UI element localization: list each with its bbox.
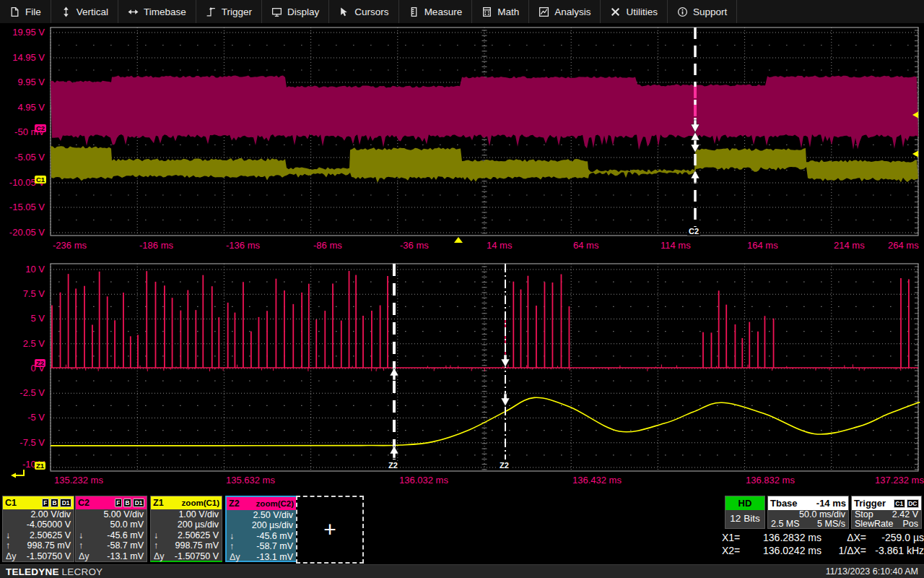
row-value: 998.75 mV [175,540,219,551]
trigger-title: Trigger [854,498,886,509]
x-axis-label: 136.032 ms [399,475,448,486]
row-value: -4.05000 V [27,519,71,530]
channel-zero-marker[interactable]: C1 [35,176,46,184]
oscilloscope-screen: File Vertical Timebase Trigger Display C… [0,0,924,578]
trace-descriptor-z1[interactable]: Z1 zoom(C1) 1.00 V/div 200 µs/div ↓2.506… [150,496,222,562]
menu-label: Measure [424,7,463,17]
menu-label: Display [287,7,319,17]
ruler-icon [409,7,419,17]
status-bar: TELEDYNELECROY 11/13/2023 6:10:40 AM [0,564,924,578]
acquisition-box[interactable]: HD 12 Bits [725,496,765,529]
row-value: 50.0 mV [110,519,144,530]
trace-descriptor-c1[interactable]: C1 F B D1 2.00 V/div -4.05000 V ↓2.50625… [2,496,74,562]
zoom-source: zoom(C1) [182,499,219,507]
cursor-low-row: ↓2.50625 V [151,530,222,540]
dx-label: ΔX= [821,531,866,544]
menu-timebase[interactable]: Timebase [118,0,196,23]
descriptor-header: Z1 zoom(C1) [151,496,222,509]
y-axis-label: 2.5 V [0,338,45,349]
x-axis-label: -136 ms [226,240,260,251]
channel-zero-marker[interactable]: C2 [35,124,46,132]
menu-label: Math [497,7,519,17]
vdiv-row: 1.00 V/div [151,509,222,519]
row-value: 998.75 mV [27,540,71,551]
menu-vertical[interactable]: Vertical [51,0,118,23]
menu-trigger[interactable]: Trigger [196,0,262,23]
row-value: 5.00 V/div [103,509,144,519]
monitor-icon [271,7,282,17]
vertical-arrows-icon [61,7,71,17]
y-axis-label: 7.5 V [0,288,45,299]
x-axis-label: -86 ms [313,240,342,251]
menu-cursors[interactable]: Cursors [329,0,398,23]
cursor-handle-x2[interactable] [391,264,397,471]
cursor-handle-x1[interactable] [502,264,508,471]
x-axis-label: 136.432 ms [572,475,622,486]
menu-label: Timebase [144,7,186,17]
x-axis-label: 136.832 ms [746,475,795,486]
x-axis-label: -236 ms [53,240,87,251]
up-arrow-icon: ↑ [230,541,234,551]
menu-label: Analysis [554,7,590,17]
down-arrow-icon: ↓ [6,530,10,540]
add-trace-box[interactable]: + [296,496,364,564]
y-axis-label: -15.05 V [0,202,45,212]
x-axis-label: 164 ms [747,240,778,251]
channel-zero-marker[interactable]: Z1 [35,462,45,470]
y-axis-label: 10 V [0,264,45,275]
vdiv-row: 5.00 V/div [76,509,147,519]
trace-descriptor-c2[interactable]: C2 F B D1 5.00 V/div 50.0 mV ↓-45.6 mV ↑… [75,496,147,562]
badge-f: F [115,499,122,507]
y-axis-label: -7.5 V [0,437,45,448]
menu-math[interactable]: Math [472,0,529,23]
bits-label: 12 Bits [725,510,764,527]
up-arrow-icon: ↑ [79,540,83,551]
row-value: 2.50625 V [178,530,219,540]
row-value: 1.00 V/div [178,509,219,519]
trigger-coupling-badge: DC [907,499,919,508]
row-value: -45.6 mV [107,530,144,540]
menu-label: Cursors [354,7,388,17]
x2-row: X2= 136.0242 ms 1/ΔX= -3.861 kHz [722,544,924,557]
badge-d1: D1 [133,499,144,507]
x-axis-label: 64 ms [573,240,598,251]
timebase-sample-row: 2.5 MS 5 MS/s [768,519,848,529]
delta-y-row: Δy-13.1 mV [76,551,147,561]
x2-value: 136.0242 ms [748,544,821,557]
menu-display[interactable]: Display [262,0,329,23]
row-value: -58.7 mV [107,540,144,551]
menu-support[interactable]: Support [668,0,737,23]
menu-label: Support [693,7,727,17]
y-axis-label: -5 V [0,412,45,423]
main-grid-plot-area[interactable] [51,27,918,236]
offset-row: -4.05000 V [3,519,74,530]
x-axis-label: 114 ms [661,240,691,251]
menu-measure[interactable]: Measure [399,0,473,23]
cursor-handle-top[interactable] [692,27,698,236]
delta-y-row: Δy-1.50750 V [151,551,222,561]
trigger-box[interactable]: Trigger C1 DC Stop 2.42 V SlewRate Pos [851,496,922,529]
chart-icon [539,7,549,17]
offset-row: 50.0 mV [76,519,147,530]
trigger-source-badge: C1 [894,499,905,508]
badge-group: F B D1 [42,499,71,507]
trigger-type-row: SlewRate Pos [852,519,921,529]
menu-file[interactable]: File [0,0,51,23]
cursor-readout: X1= 136.2832 ms ΔX= -259.0 µs X2= 136.02… [722,531,924,557]
delta-y-symbol: Δy [6,551,17,561]
badge-b: B [51,499,58,507]
y-axis-label: -5.05 V [0,152,45,163]
x1-row: X1= 136.2832 ms ΔX= -259.0 µs [722,531,924,544]
down-arrow-icon: ↓ [79,530,83,540]
zoom-grid-plot-area[interactable] [51,264,918,471]
timebase-header: Tbase -14 ms [768,496,848,510]
menu-label: File [25,7,41,17]
menu-analysis[interactable]: Analysis [529,0,601,23]
channel-zero-marker[interactable]: Z2 [35,359,45,367]
timebase-box[interactable]: Tbase -14 ms 50.0 ms/div 2.5 MS 5 MS/s [767,496,849,529]
inv-dx-label: 1/ΔX= [821,544,866,557]
delta-y-symbol: Δy [79,551,90,561]
menu-utilities[interactable]: Utilities [601,0,668,23]
trace-descriptor-z2-selected[interactable]: Z2 zoom(C2) 2.50 V/div 200 µs/div ↓-45.6… [225,496,297,562]
x-axis-label: 135.632 ms [226,475,275,486]
